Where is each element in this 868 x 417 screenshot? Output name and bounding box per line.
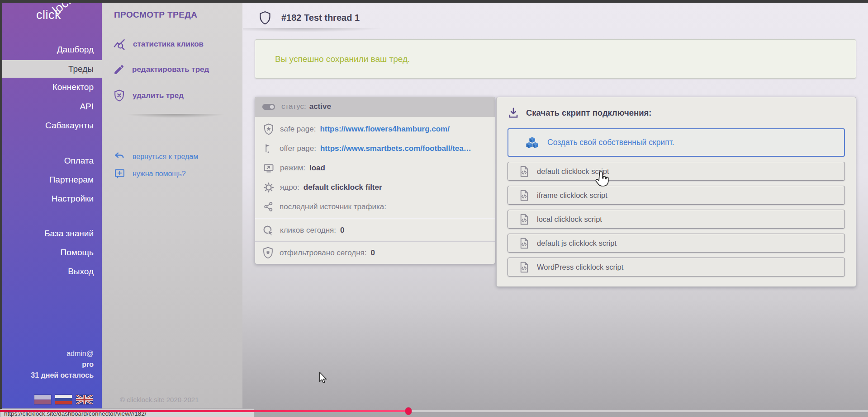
flag-russia[interactable]: [55, 395, 72, 404]
script-button-label: default clicklock script: [537, 167, 609, 176]
status-header: статус: active: [255, 97, 495, 117]
create-own-script-label: Создать свой собственный скрипт.: [547, 138, 674, 147]
row-label: safe page:: [280, 125, 316, 134]
sidebar-item-knowledge-base[interactable]: База знаний: [0, 225, 102, 242]
status-value: active: [309, 102, 331, 111]
core-value: default clicklock filter: [304, 183, 382, 192]
download-scripts-card: Скачать скрипт подключения: Создать свой…: [496, 97, 856, 287]
script-button-label: local clicklock script: [537, 215, 602, 224]
gear-icon: [263, 182, 274, 193]
row-label: offer page:: [280, 144, 316, 153]
script-button-local[interactable]: local clicklock script: [508, 210, 845, 229]
shield-x-icon: [113, 89, 125, 102]
clicks-today-value: 0: [340, 226, 344, 235]
video-frame-edge-top: [0, 0, 868, 3]
code-file-icon: [518, 165, 530, 178]
video-progress-fill: [0, 410, 408, 412]
row-label: последний источник трафика:: [280, 202, 386, 211]
code-file-icon: [518, 237, 530, 249]
toggle-icon: [262, 103, 276, 111]
copyright: © clicklock.site 2020-2021: [120, 396, 199, 403]
success-alert-text: Вы успешно сохранили ваш тред.: [275, 54, 410, 64]
header-shadow: [243, 28, 437, 34]
status-row-core: ядро: default clicklock filter: [255, 178, 495, 197]
status-row-offer-page: offer page: https://www.smartbets.com/fo…: [255, 139, 495, 158]
create-own-script-button[interactable]: Создать свой собственный скрипт.: [508, 128, 845, 157]
screen-share-icon: [263, 163, 274, 173]
mode-value: load: [309, 164, 325, 173]
click-stats-icon: [113, 38, 126, 51]
menu-item-delete-thread[interactable]: удалить тред: [113, 89, 184, 102]
pencil-icon: [113, 64, 125, 75]
status-row-mode: режим: load: [255, 158, 495, 178]
stat-label: отфильтровано сегодня:: [280, 248, 366, 258]
app-window: clicklock Дашборд Треды Коннектор API Са…: [0, 0, 868, 417]
video-progress-handle[interactable]: [405, 408, 412, 415]
script-button-label: WordPress clicklock script: [537, 263, 623, 272]
stat-label: кликов сегодня:: [280, 226, 336, 235]
menu-item-click-stats[interactable]: статистика кликов: [113, 38, 204, 51]
shield-icon: [259, 11, 271, 25]
video-progress-bar[interactable]: [0, 410, 868, 412]
menu-item-label: удалить тред: [133, 91, 184, 100]
row-label: режим:: [280, 164, 305, 173]
account-plan: pro: [31, 359, 94, 370]
menu-item-edit-thread[interactable]: редактировать тред: [113, 64, 209, 75]
shield-star-icon: [262, 247, 274, 259]
sidebar-item-logout[interactable]: Выход: [0, 262, 102, 280]
script-button-iframe[interactable]: iframe clicklock script: [508, 186, 845, 205]
download-card-title: Скачать скрипт подключения:: [526, 108, 651, 118]
flag-uk[interactable]: [76, 395, 93, 404]
thread-status-card: статус: active safe page: https://www.fl…: [255, 97, 495, 264]
page-title: #182 Test thread 1: [281, 13, 360, 23]
menu-item-label: статистика кликов: [133, 40, 204, 49]
status-row-safe-page: safe page: https://www.flowers4hamburg.c…: [255, 119, 495, 139]
code-file-icon: [518, 213, 530, 225]
code-file-icon: [518, 189, 530, 201]
success-alert: Вы успешно сохранили ваш тред.: [255, 39, 856, 79]
link-label: нужна помощь?: [133, 170, 186, 178]
script-button-default-js[interactable]: default js clicklock script: [508, 234, 845, 253]
download-icon: [508, 107, 519, 119]
click-circle-icon: [262, 225, 274, 236]
app-logo: clicklock: [36, 8, 84, 22]
link-back-to-threads[interactable]: вернуться к тредам: [114, 151, 198, 162]
status-row-last-traffic-source: последний источник трафика:: [255, 197, 495, 216]
panel-title: ПРОСМОТР ТРЕДА: [114, 10, 197, 20]
sidebar-item-subaccounts[interactable]: Сабакаунты: [0, 117, 102, 134]
sidebar-item-settings[interactable]: Настройки: [0, 190, 102, 207]
sidebar-item-connector[interactable]: Коннектор: [0, 78, 102, 96]
link-label: вернуться к тредам: [133, 153, 198, 161]
thread-view-panel: ПРОСМОТР ТРЕДА статистика кликов редакти…: [102, 0, 242, 408]
offer-page-link[interactable]: https://www.smartbets.com/football/tea…: [320, 144, 471, 153]
sidebar-item-payment[interactable]: Оплата: [0, 152, 102, 169]
row-label: ядро:: [280, 183, 299, 192]
sidebar: clicklock Дашборд Треды Коннектор API Са…: [0, 0, 102, 408]
filtered-today-value: 0: [370, 248, 375, 258]
menu-item-label: редактировать тред: [132, 65, 209, 74]
link-need-help[interactable]: нужна помощь?: [114, 168, 186, 179]
menu-group-shadow: [111, 114, 240, 120]
sidebar-item-threads[interactable]: Треды: [0, 60, 102, 78]
video-frame-edge-left: [0, 0, 2, 417]
script-button-default[interactable]: default clicklock script: [508, 162, 845, 181]
account-days-left: 31 дней осталось: [31, 370, 94, 381]
cubes-icon: [525, 135, 540, 150]
comment-plus-icon: [114, 168, 125, 179]
stat-row-clicks-today: кликов сегодня: 0: [255, 219, 495, 241]
safe-page-link[interactable]: https://www.flowers4hamburg.com/: [320, 125, 450, 134]
undo-icon: [114, 151, 125, 162]
script-button-label: iframe clicklock script: [537, 191, 607, 200]
script-button-label: default js clicklock script: [537, 239, 617, 248]
script-button-wordpress[interactable]: WordPress clicklock script: [508, 258, 845, 276]
sidebar-item-help[interactable]: Помощь: [0, 244, 102, 261]
status-label: статус:: [281, 102, 306, 111]
share-icon: [263, 201, 274, 212]
sidebar-item-dashboard[interactable]: Дашборд: [0, 41, 102, 58]
shield-star-icon: [263, 123, 274, 135]
stat-row-filtered-today: отфильтровано сегодня: 0: [255, 242, 495, 264]
flag-poland[interactable]: [34, 395, 51, 404]
sidebar-item-api[interactable]: API: [0, 98, 102, 115]
account-email: admin@: [31, 348, 94, 359]
sidebar-item-partners[interactable]: Партнерам: [0, 171, 102, 188]
